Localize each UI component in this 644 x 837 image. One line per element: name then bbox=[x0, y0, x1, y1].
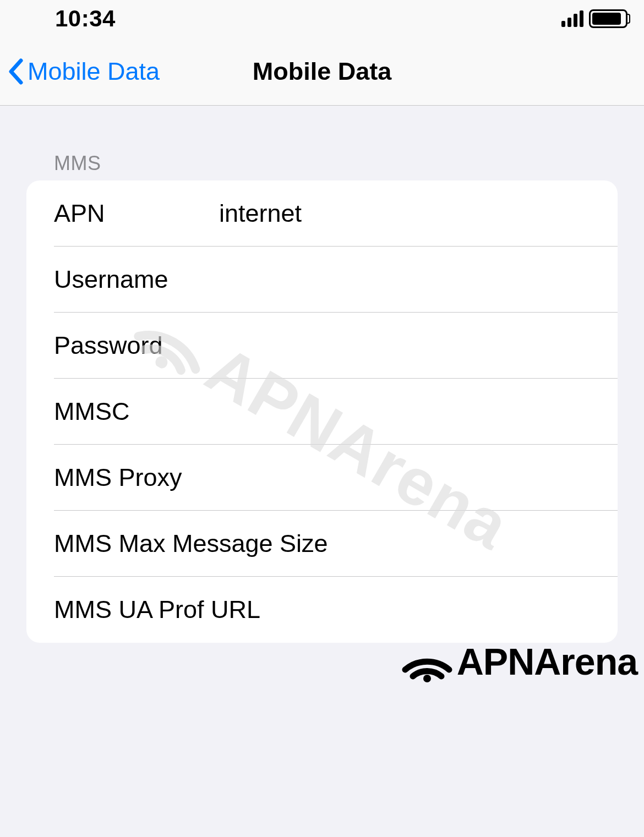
setting-input-mmsc[interactable] bbox=[219, 397, 601, 426]
svg-point-1 bbox=[423, 675, 431, 682]
setting-row-mms-max-size[interactable]: MMS Max Message Size bbox=[26, 511, 618, 577]
section-header-mms: MMS bbox=[0, 152, 644, 180]
chevron-left-icon bbox=[8, 58, 24, 85]
watermark-corner-text: APNArena bbox=[457, 640, 637, 683]
setting-label: MMS Max Message Size bbox=[54, 529, 328, 558]
setting-row-apn[interactable]: APN bbox=[26, 180, 618, 247]
setting-input-apn[interactable] bbox=[219, 199, 601, 228]
setting-input-mms-max-size[interactable] bbox=[328, 529, 618, 558]
page-title: Mobile Data bbox=[253, 57, 392, 86]
status-right bbox=[561, 9, 627, 28]
setting-input-username[interactable] bbox=[219, 265, 601, 294]
setting-row-mms-proxy[interactable]: MMS Proxy bbox=[26, 445, 618, 511]
setting-row-mmsc[interactable]: MMSC bbox=[26, 379, 618, 445]
back-button-label: Mobile Data bbox=[28, 57, 160, 86]
setting-row-password[interactable]: Password bbox=[26, 313, 618, 379]
setting-label: Username bbox=[54, 265, 219, 294]
setting-row-mms-ua-prof-url[interactable]: MMS UA Prof URL bbox=[26, 577, 618, 643]
cellular-signal-icon bbox=[561, 10, 583, 27]
watermark-corner: APNArena bbox=[402, 640, 637, 683]
setting-label: MMS Proxy bbox=[54, 463, 182, 492]
navigation-bar: Mobile Data Mobile Data bbox=[0, 37, 644, 106]
back-button[interactable]: Mobile Data bbox=[8, 57, 160, 86]
content: MMS APN Username Password MMSC MMS Proxy… bbox=[0, 106, 644, 643]
setting-label: MMS UA Prof URL bbox=[54, 595, 260, 624]
setting-row-username[interactable]: Username bbox=[26, 247, 618, 313]
status-time: 10:34 bbox=[17, 6, 116, 32]
status-bar: 10:34 bbox=[0, 0, 644, 37]
battery-icon bbox=[589, 9, 627, 28]
setting-label: APN bbox=[54, 199, 219, 228]
setting-label: MMSC bbox=[54, 397, 219, 426]
setting-label: Password bbox=[54, 331, 219, 360]
setting-input-password[interactable] bbox=[219, 331, 601, 360]
setting-input-mms-ua-prof-url[interactable] bbox=[260, 595, 601, 624]
mms-settings-card: APN Username Password MMSC MMS Proxy MMS… bbox=[26, 180, 618, 643]
setting-input-mms-proxy[interactable] bbox=[182, 463, 601, 492]
